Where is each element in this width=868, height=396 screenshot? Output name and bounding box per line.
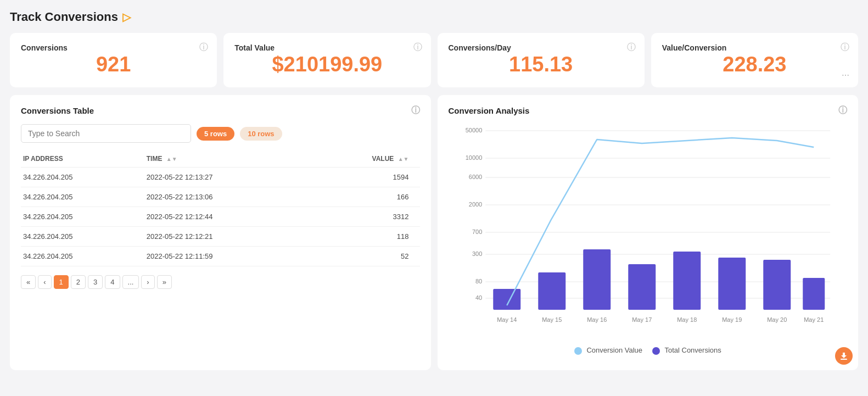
svg-text:700: 700 — [472, 228, 481, 235]
svg-text:May 14: May 14 — [497, 316, 517, 323]
svg-text:80: 80 — [475, 278, 482, 285]
conversions-help-icon[interactable]: ⓘ — [199, 42, 208, 53]
pagination: « ‹ 1 2 3 4 ... › » — [21, 275, 420, 289]
conv-day-value: 115.13 — [449, 53, 634, 76]
svg-rect-32 — [841, 359, 847, 360]
svg-text:2000: 2000 — [468, 201, 481, 208]
table-row: 34.226.204.205 2022-05-22 12:11:59 52 — [21, 247, 420, 266]
chart-container: 50000 10000 6000 2000 700 300 80 40 — [449, 124, 848, 360]
conversions-table: IP ADDRESS TIME ▲▼ VALUE ▲▼ 34.226.204.2… — [21, 150, 420, 266]
svg-rect-19 — [628, 264, 656, 310]
chart-title-text: Conversion Analysis — [449, 106, 530, 115]
stats-row: Conversions ⓘ 921 Total Value ⓘ $210199.… — [10, 33, 858, 87]
title-play-icon[interactable]: ▷ — [122, 10, 131, 24]
total-value-label: Total Value — [234, 43, 275, 52]
svg-text:May 16: May 16 — [587, 316, 607, 323]
svg-rect-17 — [538, 272, 565, 310]
next-page-button[interactable]: › — [141, 275, 154, 289]
table-help-icon[interactable]: ⓘ — [411, 105, 420, 116]
svg-rect-23 — [803, 278, 825, 310]
table-row: 34.226.204.205 2022-05-22 12:13:27 1594 — [21, 168, 420, 187]
svg-text:50000: 50000 — [465, 127, 482, 133]
cell-value: 118 — [306, 227, 420, 247]
chart-help-icon[interactable]: ⓘ — [838, 105, 847, 116]
svg-text:May 17: May 17 — [632, 316, 652, 323]
svg-text:May 15: May 15 — [542, 316, 562, 323]
bottom-row: Conversions Table ⓘ 5 rows 10 rows IP AD… — [10, 95, 858, 370]
stat-card-value-conv: Value/Conversion ⓘ 228.23 ⋯ — [651, 33, 858, 87]
legend-dot-total-conversions — [652, 347, 660, 355]
chart-panel: Conversion Analysis ⓘ 50000 10000 6000 2… — [438, 95, 859, 370]
col-value[interactable]: VALUE ▲▼ — [306, 150, 420, 168]
page-4-button[interactable]: 4 — [105, 275, 120, 289]
last-page-button[interactable]: » — [157, 275, 172, 289]
download-icon — [839, 352, 848, 360]
cell-value: 1594 — [306, 168, 420, 187]
legend-total-conversions: Total Conversions — [652, 346, 721, 355]
cell-time: 2022-05-22 12:12:44 — [144, 207, 306, 227]
more-options-icon[interactable]: ⋯ — [842, 71, 849, 80]
table-row: 34.226.204.205 2022-05-22 12:12:21 118 — [21, 227, 420, 247]
conversions-table-panel: Conversions Table ⓘ 5 rows 10 rows IP AD… — [10, 95, 431, 370]
conv-day-label: Conversions/Day — [449, 43, 511, 52]
svg-text:May 19: May 19 — [722, 316, 742, 323]
conv-day-help-icon[interactable]: ⓘ — [627, 42, 636, 53]
5-rows-button[interactable]: 5 rows — [197, 127, 234, 141]
conversions-value: 921 — [21, 53, 206, 76]
svg-rect-18 — [583, 249, 611, 310]
page-1-button[interactable]: 1 — [54, 275, 69, 289]
value-sort-icon: ▲▼ — [398, 156, 409, 162]
search-input[interactable] — [21, 124, 191, 143]
page-ellipsis: ... — [122, 275, 139, 289]
svg-text:May 21: May 21 — [804, 316, 824, 323]
svg-text:300: 300 — [472, 250, 481, 257]
search-row: 5 rows 10 rows — [21, 124, 420, 143]
cell-ip: 34.226.204.205 — [21, 168, 144, 187]
total-value-help-icon[interactable]: ⓘ — [413, 42, 422, 53]
svg-rect-20 — [673, 252, 701, 310]
cell-time: 2022-05-22 12:12:21 — [144, 227, 306, 247]
svg-rect-16 — [493, 289, 520, 310]
first-page-button[interactable]: « — [21, 275, 36, 289]
page-2-button[interactable]: 2 — [71, 275, 86, 289]
svg-text:6000: 6000 — [468, 174, 481, 180]
cell-ip: 34.226.204.205 — [21, 187, 144, 207]
stat-card-total-value: Total Value ⓘ $210199.99 — [223, 33, 430, 87]
table-row: 34.226.204.205 2022-05-22 12:12:44 3312 — [21, 207, 420, 227]
svg-text:May 18: May 18 — [677, 316, 697, 323]
cell-time: 2022-05-22 12:13:27 — [144, 168, 306, 187]
svg-text:May 20: May 20 — [767, 316, 787, 323]
chart-panel-title: Conversion Analysis ⓘ — [449, 105, 848, 116]
page-title: Track Conversions ▷ — [10, 10, 858, 24]
stat-card-conv-day: Conversions/Day ⓘ 115.13 — [438, 33, 645, 87]
cell-ip: 34.226.204.205 — [21, 227, 144, 247]
value-conv-help-icon[interactable]: ⓘ — [841, 42, 849, 53]
cell-value: 52 — [306, 247, 420, 266]
table-title-text: Conversions Table — [21, 106, 94, 115]
stat-card-conversions: Conversions ⓘ 921 — [10, 33, 217, 87]
chart-legend: Conversion Value Total Conversions — [449, 346, 848, 355]
svg-rect-22 — [763, 260, 791, 310]
cell-value: 166 — [306, 187, 420, 207]
time-sort-icon: ▲▼ — [166, 156, 177, 162]
chart-svg: 50000 10000 6000 2000 700 300 80 40 — [449, 124, 848, 338]
prev-page-button[interactable]: ‹ — [38, 275, 51, 289]
conversions-label: Conversions — [21, 43, 68, 52]
cell-time: 2022-05-22 12:13:06 — [144, 187, 306, 207]
cell-ip: 34.226.204.205 — [21, 247, 144, 266]
legend-dot-conversion-value — [574, 347, 582, 355]
value-conv-value: 228.23 — [662, 53, 847, 76]
10-rows-button[interactable]: 10 rows — [240, 127, 282, 141]
title-text: Track Conversions — [10, 10, 118, 24]
col-ip[interactable]: IP ADDRESS — [21, 150, 144, 168]
cell-time: 2022-05-22 12:11:59 — [144, 247, 306, 266]
legend-conversion-value: Conversion Value — [574, 346, 642, 355]
cell-value: 3312 — [306, 207, 420, 227]
col-time[interactable]: TIME ▲▼ — [144, 150, 306, 168]
svg-rect-21 — [718, 258, 746, 310]
svg-text:10000: 10000 — [465, 154, 482, 161]
table-panel-title: Conversions Table ⓘ — [21, 105, 420, 116]
cell-ip: 34.226.204.205 — [21, 207, 144, 227]
download-button[interactable] — [835, 347, 853, 365]
page-3-button[interactable]: 3 — [88, 275, 103, 289]
